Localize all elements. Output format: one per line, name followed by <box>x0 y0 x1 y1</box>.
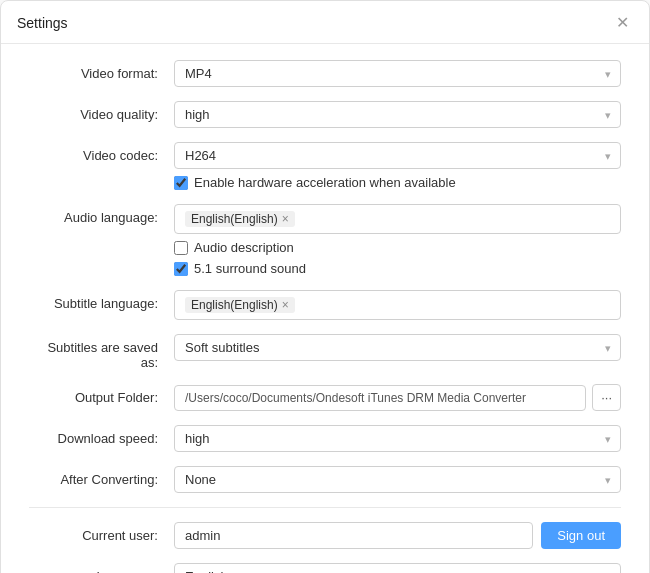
audio-description-row: Audio description <box>174 240 621 255</box>
hw-acceleration-label: Enable hardware acceleration when availa… <box>194 175 456 190</box>
hw-acceleration-checkbox[interactable] <box>174 176 188 190</box>
subtitle-language-tag-input[interactable]: English(English) × <box>174 290 621 320</box>
hw-acceleration-row: Enable hardware acceleration when availa… <box>174 175 621 190</box>
subtitle-language-tag-text: English(English) <box>191 298 278 312</box>
subtitles-saved-select-wrap: Soft subtitles Hard subtitles External s… <box>174 334 621 361</box>
audio-language-tag: English(English) × <box>185 211 295 227</box>
video-format-label: Video format: <box>29 60 174 81</box>
current-user-label: Current user: <box>29 522 174 543</box>
video-format-select-wrap: MP4 MKV MOV AVI ▾ <box>174 60 621 87</box>
video-quality-label: Video quality: <box>29 101 174 122</box>
output-folder-browse-button[interactable]: ··· <box>592 384 621 411</box>
subtitle-language-control: English(English) × <box>174 290 621 320</box>
download-speed-select[interactable]: high medium low <box>174 425 621 452</box>
after-converting-select[interactable]: None Open folder Shut down <box>174 466 621 493</box>
download-speed-control: high medium low ▾ <box>174 425 621 452</box>
audio-language-tag-text: English(English) <box>191 212 278 226</box>
settings-window: Settings ✕ Video format: MP4 MKV MOV AVI… <box>0 0 650 573</box>
video-format-control: MP4 MKV MOV AVI ▾ <box>174 60 621 87</box>
language-select[interactable]: English Chinese French German <box>174 563 621 573</box>
subtitle-language-tag: English(English) × <box>185 297 295 313</box>
audio-language-tag-input[interactable]: English(English) × <box>174 204 621 234</box>
after-converting-control: None Open folder Shut down ▾ <box>174 466 621 493</box>
video-quality-select-wrap: high medium low ▾ <box>174 101 621 128</box>
audio-language-row: Audio language: English(English) × Audio… <box>29 204 621 276</box>
video-codec-select[interactable]: H264 H265 VP9 <box>174 142 621 169</box>
output-folder-label: Output Folder: <box>29 384 174 405</box>
after-converting-select-wrap: None Open folder Shut down ▾ <box>174 466 621 493</box>
language-row: Language: English Chinese French German … <box>29 563 621 573</box>
output-folder-wrap: ··· <box>174 384 621 411</box>
subtitle-language-tag-remove[interactable]: × <box>282 298 289 312</box>
after-converting-label: After Converting: <box>29 466 174 487</box>
video-quality-control: high medium low ▾ <box>174 101 621 128</box>
audio-language-control: English(English) × Audio description 5.1… <box>174 204 621 276</box>
close-button[interactable]: ✕ <box>612 13 633 33</box>
subtitles-saved-control: Soft subtitles Hard subtitles External s… <box>174 334 621 361</box>
current-user-wrap: Sign out <box>174 522 621 549</box>
video-codec-label: Video codec: <box>29 142 174 163</box>
video-quality-select[interactable]: high medium low <box>174 101 621 128</box>
after-converting-row: After Converting: None Open folder Shut … <box>29 466 621 493</box>
surround-sound-checkbox[interactable] <box>174 262 188 276</box>
subtitles-saved-label: Subtitles are saved as: <box>29 334 174 370</box>
current-user-control: Sign out <box>174 522 621 549</box>
section-divider <box>29 507 621 508</box>
download-speed-row: Download speed: high medium low ▾ <box>29 425 621 452</box>
audio-language-label: Audio language: <box>29 204 174 225</box>
surround-sound-label: 5.1 surround sound <box>194 261 306 276</box>
audio-description-label: Audio description <box>194 240 294 255</box>
language-label: Language: <box>29 563 174 573</box>
video-quality-row: Video quality: high medium low ▾ <box>29 101 621 128</box>
video-codec-select-wrap: H264 H265 VP9 ▾ <box>174 142 621 169</box>
output-folder-input[interactable] <box>174 385 586 411</box>
video-codec-row: Video codec: H264 H265 VP9 ▾ Enable hard… <box>29 142 621 190</box>
subtitles-saved-select[interactable]: Soft subtitles Hard subtitles External s… <box>174 334 621 361</box>
audio-language-tag-remove[interactable]: × <box>282 212 289 226</box>
video-format-row: Video format: MP4 MKV MOV AVI ▾ <box>29 60 621 87</box>
title-bar: Settings ✕ <box>1 1 649 44</box>
subtitle-language-row: Subtitle language: English(English) × <box>29 290 621 320</box>
sign-out-button[interactable]: Sign out <box>541 522 621 549</box>
output-folder-control: ··· <box>174 384 621 411</box>
window-title: Settings <box>17 15 68 31</box>
download-speed-label: Download speed: <box>29 425 174 446</box>
current-user-input[interactable] <box>174 522 533 549</box>
current-user-row: Current user: Sign out <box>29 522 621 549</box>
download-speed-select-wrap: high medium low ▾ <box>174 425 621 452</box>
subtitle-language-label: Subtitle language: <box>29 290 174 311</box>
video-format-select[interactable]: MP4 MKV MOV AVI <box>174 60 621 87</box>
subtitles-saved-row: Subtitles are saved as: Soft subtitles H… <box>29 334 621 370</box>
language-select-wrap: English Chinese French German ▾ <box>174 563 621 573</box>
output-folder-row: Output Folder: ··· <box>29 384 621 411</box>
video-codec-control: H264 H265 VP9 ▾ Enable hardware accelera… <box>174 142 621 190</box>
language-control: English Chinese French German ▾ <box>174 563 621 573</box>
settings-content: Video format: MP4 MKV MOV AVI ▾ Video qu… <box>1 44 649 573</box>
surround-sound-row: 5.1 surround sound <box>174 261 621 276</box>
audio-description-checkbox[interactable] <box>174 241 188 255</box>
